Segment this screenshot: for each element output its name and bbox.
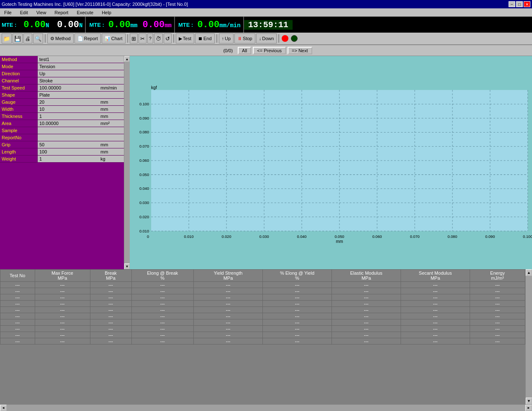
table-cell: --- xyxy=(0,326,35,332)
down-btn[interactable]: ↓ Down xyxy=(256,33,277,43)
table-cell: --- xyxy=(35,338,90,345)
h-scrollbar[interactable]: ◄ ► xyxy=(0,404,532,411)
test-btn[interactable]: ▶ Test xyxy=(176,33,194,43)
table-scroll-track[interactable] xyxy=(526,276,532,398)
report-btn[interactable]: 📄 Report xyxy=(75,33,101,43)
table-cell: --- xyxy=(0,301,35,307)
prop-row-direction: Direction Up xyxy=(0,70,124,77)
window-title: Gotech Testing Machines Inc. [U60] [Ver.… xyxy=(2,2,188,7)
col-secant: Secant ModulusMPa xyxy=(401,270,470,282)
toolbar-sep-4 xyxy=(216,34,217,43)
table-cell: --- xyxy=(401,338,470,345)
table-scroll-down[interactable]: ▼ xyxy=(526,398,532,404)
menu-help[interactable]: Help xyxy=(99,10,114,15)
table-cell: --- xyxy=(332,332,401,338)
table-cell: --- xyxy=(90,307,131,313)
table-cell: --- xyxy=(131,313,194,319)
h-scroll-right[interactable]: ► xyxy=(525,405,532,411)
method-btn[interactable]: ⚙ Method xyxy=(47,33,74,43)
all-btn[interactable]: All xyxy=(238,47,251,54)
table-cell: --- xyxy=(470,307,525,313)
table-cell: --- xyxy=(35,332,90,338)
table-cell: --- xyxy=(90,319,131,326)
timer-btn[interactable]: ⏱ xyxy=(154,33,163,43)
menu-execute[interactable]: Execute xyxy=(74,10,96,15)
y-axis-label: kgf xyxy=(151,85,157,90)
table-cell: --- xyxy=(401,313,470,319)
cut-btn[interactable]: ✂ xyxy=(139,33,146,43)
table-cell: --- xyxy=(90,282,131,288)
svg-text:0.100: 0.100 xyxy=(139,102,149,106)
zoom-btn[interactable]: 🔍 xyxy=(33,33,43,43)
table-cell: --- xyxy=(401,282,470,288)
table-cell: --- xyxy=(0,338,35,345)
down-arrow-icon: ↓ xyxy=(259,36,262,41)
menu-view[interactable]: View xyxy=(34,10,49,15)
time-display: 13:59:11 xyxy=(244,20,293,30)
table-scroll-up[interactable]: ▲ xyxy=(526,269,532,276)
new-icon-btn[interactable]: 📁 xyxy=(2,33,12,43)
left-panel-scrollbar[interactable]: ▲ ▼ xyxy=(124,56,130,269)
method-icon: ⚙ xyxy=(50,36,54,41)
table-cell: --- xyxy=(332,319,401,326)
table-cell: --- xyxy=(131,338,194,345)
h-scroll-track[interactable] xyxy=(7,405,525,411)
table-cell: --- xyxy=(263,294,332,301)
table-cell: --- xyxy=(35,288,90,294)
table-cell: --- xyxy=(0,288,35,294)
print-btn[interactable]: 🖨 xyxy=(23,33,32,43)
table-cell: --- xyxy=(332,307,401,313)
chart-btn[interactable]: 📊 Chart xyxy=(102,33,126,43)
table-cell: --- xyxy=(131,332,194,338)
table-cell: --- xyxy=(131,307,194,313)
table-cell: --- xyxy=(470,313,525,319)
table-cell: --- xyxy=(401,326,470,332)
table-cell: --- xyxy=(131,301,194,307)
scroll-up-arrow[interactable]: ▲ xyxy=(124,56,130,62)
col-elong-yield: % Elong @ Yield% xyxy=(263,270,332,282)
title-controls: − □ ✕ xyxy=(509,1,530,7)
status-bar: MTE : 0.00N 0.00N MTE : 0.00mm 0.00mm MT… xyxy=(0,17,532,33)
grid-btn[interactable]: ⊞ xyxy=(130,33,138,43)
table-cell: --- xyxy=(263,288,332,294)
svg-text:0.020: 0.020 xyxy=(139,215,149,219)
close-btn[interactable]: ✕ xyxy=(524,1,530,7)
toolbar-sep-2 xyxy=(127,34,128,43)
table-cell: --- xyxy=(35,294,90,301)
menu-file[interactable]: File xyxy=(2,10,14,15)
svg-text:0.050: 0.050 xyxy=(139,173,149,177)
table-cell: --- xyxy=(401,288,470,294)
prop-row-width: Width 10 mm xyxy=(0,106,124,113)
qmark-btn[interactable]: ? xyxy=(147,33,153,43)
end-btn[interactable]: ⏹ End xyxy=(195,33,215,43)
prop-row-gauge: Gauge 20 mm xyxy=(0,99,124,106)
menu-report[interactable]: Report xyxy=(52,10,71,15)
table-cell: --- xyxy=(470,282,525,288)
table-row: --------------------------- xyxy=(0,319,525,326)
prop-row-reportno: ReportNo xyxy=(0,134,124,141)
table-header: Test No Max ForceMPa BreakMPa Elong @ Br… xyxy=(0,270,525,282)
table-cell: --- xyxy=(263,332,332,338)
stop-btn[interactable]: ⏸ Stop xyxy=(234,33,255,43)
table-cell: --- xyxy=(401,294,470,301)
scroll-track[interactable] xyxy=(124,62,130,263)
maximize-btn[interactable]: □ xyxy=(516,1,523,7)
next-btn[interactable]: => Next xyxy=(288,47,312,54)
svg-text:0.030: 0.030 xyxy=(139,201,149,205)
table-row: --------------------------- xyxy=(0,301,525,307)
prev-btn[interactable]: <= Previous xyxy=(253,47,286,54)
scroll-down-arrow[interactable]: ▼ xyxy=(124,263,130,269)
svg-text:0.030: 0.030 xyxy=(260,235,269,239)
table-cell: --- xyxy=(470,301,525,307)
up-btn[interactable]: ↑ Up xyxy=(219,33,234,43)
table-cell: --- xyxy=(90,326,131,332)
prop-row-length: Length 100 mm xyxy=(0,148,124,156)
minimize-btn[interactable]: − xyxy=(509,1,515,7)
table-scrollbar[interactable]: ▲ ▼ xyxy=(525,269,532,404)
save-btn[interactable]: 💾 xyxy=(13,33,23,43)
prop-row-mode: Mode Tension xyxy=(0,63,124,70)
h-scroll-left[interactable]: ◄ xyxy=(0,405,7,411)
table-cell: --- xyxy=(263,301,332,307)
reset-btn[interactable]: ↺ xyxy=(164,33,172,43)
menu-edit[interactable]: Edit xyxy=(18,10,31,15)
